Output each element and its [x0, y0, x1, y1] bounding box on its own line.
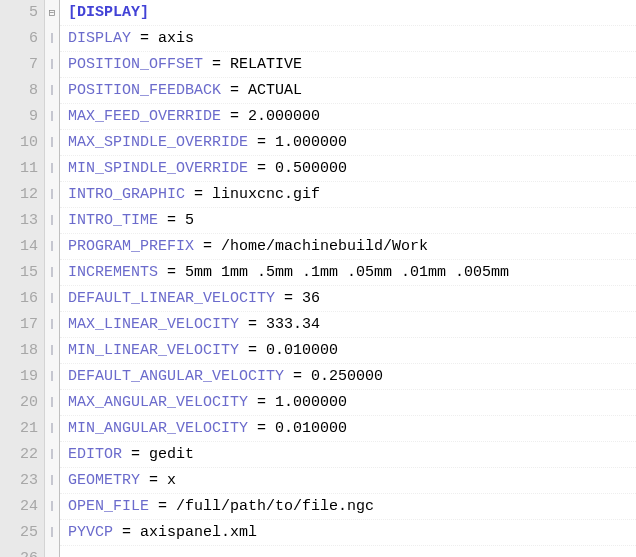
- code-line[interactable]: 23|GEOMETRY = x: [0, 468, 636, 494]
- code-line[interactable]: 18|MIN_LINEAR_VELOCITY = 0.010000: [0, 338, 636, 364]
- code-line[interactable]: 17|MAX_LINEAR_VELOCITY = 333.34: [0, 312, 636, 338]
- ini-key: GEOMETRY: [68, 472, 140, 489]
- fold-margin: |: [45, 416, 60, 442]
- fold-margin: |: [45, 494, 60, 520]
- equals-sign: =: [230, 82, 239, 99]
- code-text[interactable]: INTRO_TIME = 5: [60, 208, 636, 234]
- line-number: 18: [0, 338, 45, 364]
- ini-value: 333.34: [266, 316, 320, 333]
- line-number: 20: [0, 390, 45, 416]
- equals-sign: =: [257, 134, 266, 151]
- code-text[interactable]: [60, 546, 636, 557]
- code-text[interactable]: MAX_LINEAR_VELOCITY = 333.34: [60, 312, 636, 338]
- ini-key: OPEN_FILE: [68, 498, 149, 515]
- line-number: 22: [0, 442, 45, 468]
- line-number: 21: [0, 416, 45, 442]
- ini-key: PROGRAM_PREFIX: [68, 238, 194, 255]
- line-number: 10: [0, 130, 45, 156]
- ini-value: 2.000000: [248, 108, 320, 125]
- equals-sign: =: [212, 56, 221, 73]
- code-line[interactable]: 12|INTRO_GRAPHIC = linuxcnc.gif: [0, 182, 636, 208]
- code-text[interactable]: INCREMENTS = 5mm 1mm .5mm .1mm .05mm .01…: [60, 260, 636, 286]
- ini-key: MAX_SPINDLE_OVERRIDE: [68, 134, 248, 151]
- line-number: 19: [0, 364, 45, 390]
- code-text[interactable]: DEFAULT_LINEAR_VELOCITY = 36: [60, 286, 636, 312]
- fold-margin[interactable]: ⊟: [45, 0, 60, 26]
- fold-margin: |: [45, 26, 60, 52]
- code-line[interactable]: 5⊟[DISPLAY]: [0, 0, 636, 26]
- code-text[interactable]: POSITION_FEEDBACK = ACTUAL: [60, 78, 636, 104]
- ini-key: INTRO_TIME: [68, 212, 158, 229]
- ini-key: MIN_ANGULAR_VELOCITY: [68, 420, 248, 437]
- ini-key: MIN_SPINDLE_OVERRIDE: [68, 160, 248, 177]
- code-text[interactable]: [DISPLAY]: [60, 0, 636, 26]
- code-editor[interactable]: 5⊟[DISPLAY]6|DISPLAY = axis7|POSITION_OF…: [0, 0, 636, 557]
- line-number: 5: [0, 0, 45, 26]
- code-text[interactable]: MAX_FEED_OVERRIDE = 2.000000: [60, 104, 636, 130]
- code-text[interactable]: MAX_ANGULAR_VELOCITY = 1.000000: [60, 390, 636, 416]
- ini-key: POSITION_FEEDBACK: [68, 82, 221, 99]
- code-line[interactable]: 24|OPEN_FILE = /full/path/to/file.ngc: [0, 494, 636, 520]
- code-line[interactable]: 13|INTRO_TIME = 5: [0, 208, 636, 234]
- equals-sign: =: [248, 342, 257, 359]
- ini-value: ACTUAL: [248, 82, 302, 99]
- ini-value: 1.000000: [275, 134, 347, 151]
- ini-value: RELATIVE: [230, 56, 302, 73]
- code-text[interactable]: MIN_ANGULAR_VELOCITY = 0.010000: [60, 416, 636, 442]
- ini-value: linuxcnc.gif: [212, 186, 320, 203]
- code-text[interactable]: PROGRAM_PREFIX = /home/machinebuild/Work: [60, 234, 636, 260]
- ini-key: PYVCP: [68, 524, 113, 541]
- line-number: 13: [0, 208, 45, 234]
- ini-key: MIN_LINEAR_VELOCITY: [68, 342, 239, 359]
- code-text[interactable]: MIN_LINEAR_VELOCITY = 0.010000: [60, 338, 636, 364]
- code-line[interactable]: 15|INCREMENTS = 5mm 1mm .5mm .1mm .05mm …: [0, 260, 636, 286]
- code-line[interactable]: 19|DEFAULT_ANGULAR_VELOCITY = 0.250000: [0, 364, 636, 390]
- ini-value: axis: [158, 30, 194, 47]
- ini-value: 0.500000: [275, 160, 347, 177]
- code-text[interactable]: OPEN_FILE = /full/path/to/file.ngc: [60, 494, 636, 520]
- equals-sign: =: [293, 368, 302, 385]
- ini-key: DEFAULT_ANGULAR_VELOCITY: [68, 368, 284, 385]
- code-text[interactable]: DISPLAY = axis: [60, 26, 636, 52]
- fold-margin: |: [45, 338, 60, 364]
- fold-margin: |: [45, 156, 60, 182]
- equals-sign: =: [131, 446, 140, 463]
- equals-sign: =: [167, 212, 176, 229]
- code-line[interactable]: 25|PYVCP = axispanel.xml: [0, 520, 636, 546]
- ini-key: INTRO_GRAPHIC: [68, 186, 185, 203]
- fold-collapse-icon[interactable]: ⊟: [49, 8, 56, 19]
- ini-key: POSITION_OFFSET: [68, 56, 203, 73]
- fold-margin: |: [45, 468, 60, 494]
- code-line[interactable]: 16|DEFAULT_LINEAR_VELOCITY = 36: [0, 286, 636, 312]
- code-text[interactable]: GEOMETRY = x: [60, 468, 636, 494]
- code-line[interactable]: 20|MAX_ANGULAR_VELOCITY = 1.000000: [0, 390, 636, 416]
- equals-sign: =: [167, 264, 176, 281]
- code-line[interactable]: 22|EDITOR = gedit: [0, 442, 636, 468]
- line-number: 6: [0, 26, 45, 52]
- code-text[interactable]: MAX_SPINDLE_OVERRIDE = 1.000000: [60, 130, 636, 156]
- code-text[interactable]: MIN_SPINDLE_OVERRIDE = 0.500000: [60, 156, 636, 182]
- code-line[interactable]: 7|POSITION_OFFSET = RELATIVE: [0, 52, 636, 78]
- fold-margin: [45, 546, 60, 557]
- ini-key: MAX_ANGULAR_VELOCITY: [68, 394, 248, 411]
- code-line[interactable]: 6|DISPLAY = axis: [0, 26, 636, 52]
- code-text[interactable]: INTRO_GRAPHIC = linuxcnc.gif: [60, 182, 636, 208]
- equals-sign: =: [257, 394, 266, 411]
- code-text[interactable]: EDITOR = gedit: [60, 442, 636, 468]
- code-line[interactable]: 8|POSITION_FEEDBACK = ACTUAL: [0, 78, 636, 104]
- code-line[interactable]: 10|MAX_SPINDLE_OVERRIDE = 1.000000: [0, 130, 636, 156]
- fold-margin: |: [45, 234, 60, 260]
- equals-sign: =: [248, 316, 257, 333]
- code-line[interactable]: 11|MIN_SPINDLE_OVERRIDE = 0.500000: [0, 156, 636, 182]
- line-number: 9: [0, 104, 45, 130]
- line-number: 24: [0, 494, 45, 520]
- fold-margin: |: [45, 442, 60, 468]
- fold-margin: |: [45, 104, 60, 130]
- code-line[interactable]: 14|PROGRAM_PREFIX = /home/machinebuild/W…: [0, 234, 636, 260]
- code-line[interactable]: 26: [0, 546, 636, 557]
- code-text[interactable]: POSITION_OFFSET = RELATIVE: [60, 52, 636, 78]
- code-line[interactable]: 9|MAX_FEED_OVERRIDE = 2.000000: [0, 104, 636, 130]
- code-text[interactable]: PYVCP = axispanel.xml: [60, 520, 636, 546]
- code-text[interactable]: DEFAULT_ANGULAR_VELOCITY = 0.250000: [60, 364, 636, 390]
- code-line[interactable]: 21|MIN_ANGULAR_VELOCITY = 0.010000: [0, 416, 636, 442]
